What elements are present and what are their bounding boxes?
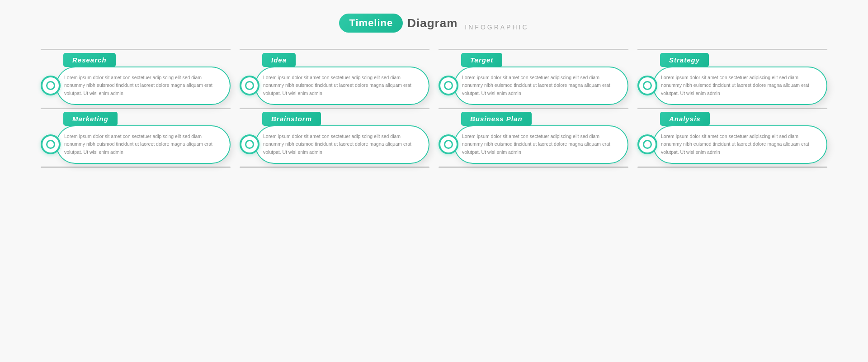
card-title-strategy: Strategy — [660, 53, 709, 67]
circle-inner-marketing — [46, 140, 55, 149]
circle-icon-analysis — [637, 134, 657, 154]
card-marketing: MarketingLorem ipsum dolor sit amet con … — [36, 112, 235, 164]
card-title-target: Target — [461, 53, 502, 67]
divider-2 — [240, 49, 429, 50]
card-text-target: Lorem ipsum dolor sit amet con sectetuer… — [462, 74, 618, 98]
card-title-business-plan: Business Plan — [461, 112, 532, 126]
card-oval-brainstorm: Lorem ipsum dolor sit amet con sectetuer… — [255, 125, 429, 164]
card-body-business-plan: Lorem ipsum dolor sit amet con sectetuer… — [439, 125, 628, 164]
card-strategy: StrategyLorem ipsum dolor sit amet con s… — [633, 53, 832, 105]
divider-3 — [439, 49, 628, 50]
divider-12 — [637, 167, 827, 168]
divider-1 — [41, 49, 231, 50]
divider-11 — [439, 167, 628, 168]
card-oval-strategy: Lorem ipsum dolor sit amet con sectetuer… — [653, 67, 827, 105]
card-title-marketing: Marketing — [63, 112, 118, 126]
middle-dividers — [36, 108, 832, 109]
header: Timeline Diagram INFOGRAPHIC — [339, 14, 528, 33]
circle-icon-target — [439, 76, 458, 95]
divider-10 — [240, 167, 429, 168]
card-brainstorm: BrainstormLorem ipsum dolor sit amet con… — [235, 112, 434, 164]
divider-5 — [41, 108, 231, 109]
card-body-analysis: Lorem ipsum dolor sit amet con sectetuer… — [637, 125, 827, 164]
card-body-strategy: Lorem ipsum dolor sit amet con sectetuer… — [637, 67, 827, 105]
card-body-idea: Lorem ipsum dolor sit amet con sectetuer… — [240, 67, 429, 105]
card-analysis: AnalysisLorem ipsum dolor sit amet con s… — [633, 112, 832, 164]
circle-inner-business-plan — [444, 140, 453, 149]
circle-icon-strategy — [637, 76, 657, 95]
circle-icon-business-plan — [439, 134, 458, 154]
circle-icon-idea — [240, 76, 259, 95]
divider-9 — [41, 167, 231, 168]
card-text-research: Lorem ipsum dolor sit amet con sectetuer… — [64, 74, 221, 98]
infographic-label: INFOGRAPHIC — [465, 24, 528, 31]
divider-4 — [637, 49, 827, 50]
divider-6 — [240, 108, 429, 109]
circle-inner-brainstorm — [245, 140, 254, 149]
divider-7 — [439, 108, 628, 109]
card-text-idea: Lorem ipsum dolor sit amet con sectetuer… — [263, 74, 420, 98]
card-target: TargetLorem ipsum dolor sit amet con sec… — [434, 53, 633, 105]
card-oval-analysis: Lorem ipsum dolor sit amet con sectetuer… — [653, 125, 827, 164]
bottom-row: MarketingLorem ipsum dolor sit amet con … — [36, 112, 832, 164]
circle-inner-analysis — [643, 140, 652, 149]
card-text-brainstorm: Lorem ipsum dolor sit amet con sectetuer… — [263, 133, 420, 157]
circle-icon-research — [41, 76, 61, 95]
diagram-label: Diagram — [407, 16, 458, 30]
circle-icon-marketing — [41, 134, 61, 154]
bottom-dividers — [36, 167, 832, 168]
card-oval-research: Lorem ipsum dolor sit amet con sectetuer… — [56, 67, 231, 105]
card-oval-marketing: Lorem ipsum dolor sit amet con sectetuer… — [56, 125, 231, 164]
card-title-brainstorm: Brainstorm — [262, 112, 321, 126]
divider-8 — [637, 108, 827, 109]
card-text-analysis: Lorem ipsum dolor sit amet con sectetuer… — [661, 133, 817, 157]
card-title-idea: Idea — [262, 53, 296, 67]
circle-inner-strategy — [643, 81, 652, 90]
card-body-research: Lorem ipsum dolor sit amet con sectetuer… — [41, 67, 231, 105]
timeline-badge: Timeline — [339, 14, 403, 33]
card-text-marketing: Lorem ipsum dolor sit amet con sectetuer… — [64, 133, 221, 157]
circle-icon-brainstorm — [240, 134, 259, 154]
card-text-strategy: Lorem ipsum dolor sit amet con sectetuer… — [661, 74, 817, 98]
card-business-plan: Business PlanLorem ipsum dolor sit amet … — [434, 112, 633, 164]
top-dividers — [36, 49, 832, 50]
top-row: ResearchLorem ipsum dolor sit amet con s… — [36, 53, 832, 105]
card-oval-target: Lorem ipsum dolor sit amet con sectetuer… — [454, 67, 628, 105]
card-body-target: Lorem ipsum dolor sit amet con sectetuer… — [439, 67, 628, 105]
circle-inner-target — [444, 81, 453, 90]
circle-inner-idea — [245, 81, 254, 90]
card-title-research: Research — [63, 53, 116, 67]
card-oval-idea: Lorem ipsum dolor sit amet con sectetuer… — [255, 67, 429, 105]
card-oval-business-plan: Lorem ipsum dolor sit amet con sectetuer… — [454, 125, 628, 164]
card-idea: IdeaLorem ipsum dolor sit amet con secte… — [235, 53, 434, 105]
card-body-marketing: Lorem ipsum dolor sit amet con sectetuer… — [41, 125, 231, 164]
card-research: ResearchLorem ipsum dolor sit amet con s… — [36, 53, 235, 105]
card-title-analysis: Analysis — [660, 112, 710, 126]
card-text-business-plan: Lorem ipsum dolor sit amet con sectetuer… — [462, 133, 618, 157]
circle-inner-research — [46, 81, 55, 90]
card-body-brainstorm: Lorem ipsum dolor sit amet con sectetuer… — [240, 125, 429, 164]
